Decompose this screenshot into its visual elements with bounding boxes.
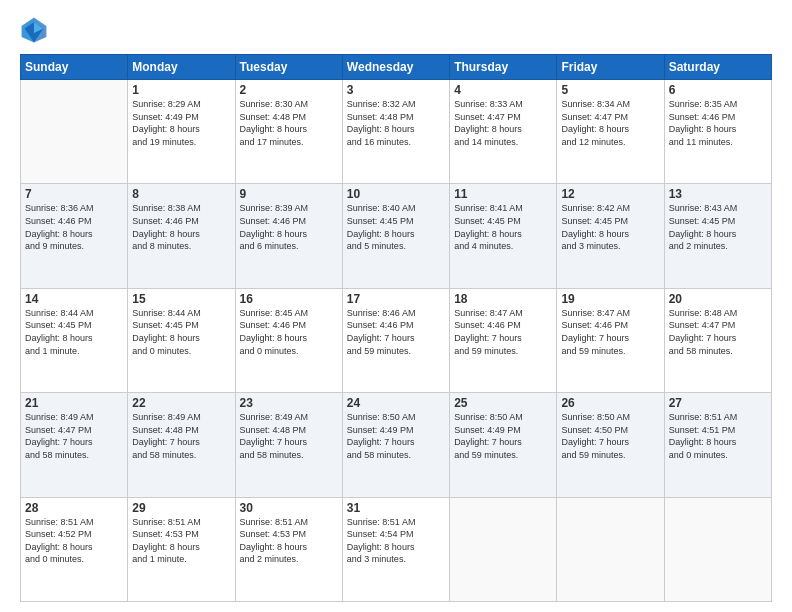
day-info: Sunrise: 8:33 AM Sunset: 4:47 PM Dayligh… <box>454 98 552 148</box>
calendar-cell: 3Sunrise: 8:32 AM Sunset: 4:48 PM Daylig… <box>342 80 449 184</box>
calendar-header-thursday: Thursday <box>450 55 557 80</box>
day-number: 1 <box>132 83 230 97</box>
calendar-cell: 14Sunrise: 8:44 AM Sunset: 4:45 PM Dayli… <box>21 288 128 392</box>
day-number: 13 <box>669 187 767 201</box>
day-number: 19 <box>561 292 659 306</box>
day-info: Sunrise: 8:43 AM Sunset: 4:45 PM Dayligh… <box>669 202 767 252</box>
day-info: Sunrise: 8:51 AM Sunset: 4:52 PM Dayligh… <box>25 516 123 566</box>
calendar-cell: 23Sunrise: 8:49 AM Sunset: 4:48 PM Dayli… <box>235 393 342 497</box>
calendar-cell: 6Sunrise: 8:35 AM Sunset: 4:46 PM Daylig… <box>664 80 771 184</box>
day-info: Sunrise: 8:30 AM Sunset: 4:48 PM Dayligh… <box>240 98 338 148</box>
logo-icon <box>20 16 48 44</box>
day-info: Sunrise: 8:48 AM Sunset: 4:47 PM Dayligh… <box>669 307 767 357</box>
day-info: Sunrise: 8:50 AM Sunset: 4:49 PM Dayligh… <box>454 411 552 461</box>
day-info: Sunrise: 8:51 AM Sunset: 4:53 PM Dayligh… <box>240 516 338 566</box>
day-info: Sunrise: 8:49 AM Sunset: 4:47 PM Dayligh… <box>25 411 123 461</box>
calendar-cell: 29Sunrise: 8:51 AM Sunset: 4:53 PM Dayli… <box>128 497 235 601</box>
calendar-cell: 4Sunrise: 8:33 AM Sunset: 4:47 PM Daylig… <box>450 80 557 184</box>
calendar-week-4: 28Sunrise: 8:51 AM Sunset: 4:52 PM Dayli… <box>21 497 772 601</box>
day-number: 17 <box>347 292 445 306</box>
day-info: Sunrise: 8:49 AM Sunset: 4:48 PM Dayligh… <box>240 411 338 461</box>
calendar-cell: 11Sunrise: 8:41 AM Sunset: 4:45 PM Dayli… <box>450 184 557 288</box>
calendar-cell: 24Sunrise: 8:50 AM Sunset: 4:49 PM Dayli… <box>342 393 449 497</box>
calendar-cell: 30Sunrise: 8:51 AM Sunset: 4:53 PM Dayli… <box>235 497 342 601</box>
day-number: 3 <box>347 83 445 97</box>
calendar-cell: 2Sunrise: 8:30 AM Sunset: 4:48 PM Daylig… <box>235 80 342 184</box>
day-number: 10 <box>347 187 445 201</box>
day-info: Sunrise: 8:36 AM Sunset: 4:46 PM Dayligh… <box>25 202 123 252</box>
day-number: 9 <box>240 187 338 201</box>
calendar-header-monday: Monday <box>128 55 235 80</box>
calendar-cell: 16Sunrise: 8:45 AM Sunset: 4:46 PM Dayli… <box>235 288 342 392</box>
calendar-week-3: 21Sunrise: 8:49 AM Sunset: 4:47 PM Dayli… <box>21 393 772 497</box>
day-info: Sunrise: 8:45 AM Sunset: 4:46 PM Dayligh… <box>240 307 338 357</box>
day-info: Sunrise: 8:46 AM Sunset: 4:46 PM Dayligh… <box>347 307 445 357</box>
calendar-cell: 28Sunrise: 8:51 AM Sunset: 4:52 PM Dayli… <box>21 497 128 601</box>
calendar-header-row: SundayMondayTuesdayWednesdayThursdayFrid… <box>21 55 772 80</box>
calendar-cell <box>450 497 557 601</box>
day-number: 8 <box>132 187 230 201</box>
day-number: 11 <box>454 187 552 201</box>
day-number: 20 <box>669 292 767 306</box>
calendar-header-wednesday: Wednesday <box>342 55 449 80</box>
calendar-cell: 18Sunrise: 8:47 AM Sunset: 4:46 PM Dayli… <box>450 288 557 392</box>
day-number: 14 <box>25 292 123 306</box>
calendar-cell: 8Sunrise: 8:38 AM Sunset: 4:46 PM Daylig… <box>128 184 235 288</box>
calendar-cell: 7Sunrise: 8:36 AM Sunset: 4:46 PM Daylig… <box>21 184 128 288</box>
calendar-cell <box>664 497 771 601</box>
day-info: Sunrise: 8:35 AM Sunset: 4:46 PM Dayligh… <box>669 98 767 148</box>
day-number: 12 <box>561 187 659 201</box>
day-number: 7 <box>25 187 123 201</box>
calendar-week-2: 14Sunrise: 8:44 AM Sunset: 4:45 PM Dayli… <box>21 288 772 392</box>
calendar-cell: 17Sunrise: 8:46 AM Sunset: 4:46 PM Dayli… <box>342 288 449 392</box>
calendar-cell: 26Sunrise: 8:50 AM Sunset: 4:50 PM Dayli… <box>557 393 664 497</box>
calendar-header-saturday: Saturday <box>664 55 771 80</box>
day-info: Sunrise: 8:42 AM Sunset: 4:45 PM Dayligh… <box>561 202 659 252</box>
day-number: 18 <box>454 292 552 306</box>
calendar-cell <box>21 80 128 184</box>
day-number: 30 <box>240 501 338 515</box>
day-number: 15 <box>132 292 230 306</box>
calendar-cell: 12Sunrise: 8:42 AM Sunset: 4:45 PM Dayli… <box>557 184 664 288</box>
day-number: 31 <box>347 501 445 515</box>
calendar-cell <box>557 497 664 601</box>
day-info: Sunrise: 8:29 AM Sunset: 4:49 PM Dayligh… <box>132 98 230 148</box>
day-info: Sunrise: 8:39 AM Sunset: 4:46 PM Dayligh… <box>240 202 338 252</box>
calendar-header-tuesday: Tuesday <box>235 55 342 80</box>
day-info: Sunrise: 8:50 AM Sunset: 4:49 PM Dayligh… <box>347 411 445 461</box>
day-info: Sunrise: 8:50 AM Sunset: 4:50 PM Dayligh… <box>561 411 659 461</box>
day-number: 29 <box>132 501 230 515</box>
calendar-cell: 13Sunrise: 8:43 AM Sunset: 4:45 PM Dayli… <box>664 184 771 288</box>
calendar-cell: 10Sunrise: 8:40 AM Sunset: 4:45 PM Dayli… <box>342 184 449 288</box>
day-number: 27 <box>669 396 767 410</box>
day-number: 26 <box>561 396 659 410</box>
calendar-cell: 1Sunrise: 8:29 AM Sunset: 4:49 PM Daylig… <box>128 80 235 184</box>
calendar-cell: 21Sunrise: 8:49 AM Sunset: 4:47 PM Dayli… <box>21 393 128 497</box>
day-number: 22 <box>132 396 230 410</box>
day-info: Sunrise: 8:32 AM Sunset: 4:48 PM Dayligh… <box>347 98 445 148</box>
calendar-cell: 25Sunrise: 8:50 AM Sunset: 4:49 PM Dayli… <box>450 393 557 497</box>
day-number: 21 <box>25 396 123 410</box>
calendar-cell: 5Sunrise: 8:34 AM Sunset: 4:47 PM Daylig… <box>557 80 664 184</box>
calendar-cell: 20Sunrise: 8:48 AM Sunset: 4:47 PM Dayli… <box>664 288 771 392</box>
day-info: Sunrise: 8:49 AM Sunset: 4:48 PM Dayligh… <box>132 411 230 461</box>
day-info: Sunrise: 8:34 AM Sunset: 4:47 PM Dayligh… <box>561 98 659 148</box>
calendar-cell: 22Sunrise: 8:49 AM Sunset: 4:48 PM Dayli… <box>128 393 235 497</box>
calendar-table: SundayMondayTuesdayWednesdayThursdayFrid… <box>20 54 772 602</box>
day-info: Sunrise: 8:47 AM Sunset: 4:46 PM Dayligh… <box>454 307 552 357</box>
calendar-cell: 31Sunrise: 8:51 AM Sunset: 4:54 PM Dayli… <box>342 497 449 601</box>
calendar-header-sunday: Sunday <box>21 55 128 80</box>
day-number: 2 <box>240 83 338 97</box>
calendar-cell: 27Sunrise: 8:51 AM Sunset: 4:51 PM Dayli… <box>664 393 771 497</box>
day-number: 5 <box>561 83 659 97</box>
day-info: Sunrise: 8:38 AM Sunset: 4:46 PM Dayligh… <box>132 202 230 252</box>
day-number: 6 <box>669 83 767 97</box>
day-number: 25 <box>454 396 552 410</box>
day-info: Sunrise: 8:47 AM Sunset: 4:46 PM Dayligh… <box>561 307 659 357</box>
calendar-cell: 15Sunrise: 8:44 AM Sunset: 4:45 PM Dayli… <box>128 288 235 392</box>
header <box>20 16 772 44</box>
day-number: 23 <box>240 396 338 410</box>
calendar-header-friday: Friday <box>557 55 664 80</box>
day-info: Sunrise: 8:51 AM Sunset: 4:51 PM Dayligh… <box>669 411 767 461</box>
calendar-cell: 9Sunrise: 8:39 AM Sunset: 4:46 PM Daylig… <box>235 184 342 288</box>
